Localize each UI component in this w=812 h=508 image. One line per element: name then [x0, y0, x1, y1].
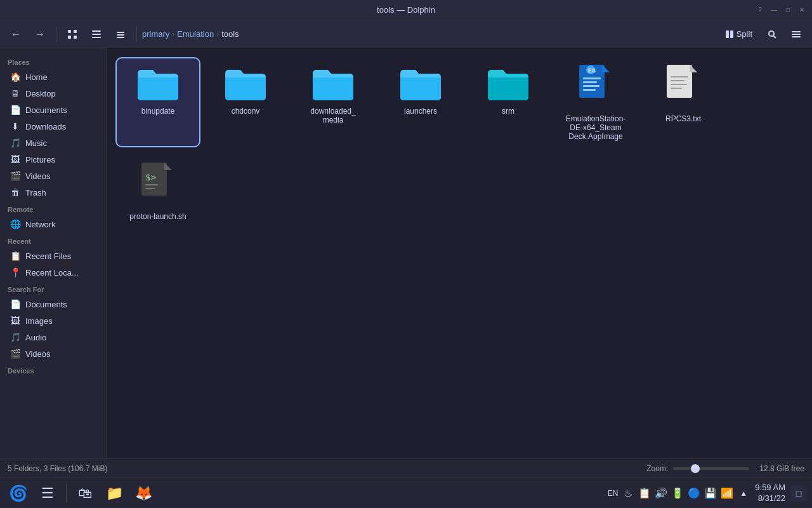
sidebar-item-trash[interactable]: 🗑 Trash — [3, 184, 103, 201]
sidebar-item-network[interactable]: 🌐 Network — [3, 216, 103, 232]
sidebar-item-videos[interactable]: 🎬 Videos — [3, 168, 103, 184]
taskbar-firefox[interactable]: 🦊 — [130, 480, 157, 507]
statusbar-free-space: 12.8 GiB free — [759, 464, 804, 473]
sidebar-item-search-images[interactable]: 🖼 Images — [3, 312, 103, 329]
breadcrumb-primary[interactable]: primary — [142, 29, 169, 39]
svg-rect-11 — [730, 30, 733, 38]
search-for-section-label: Search For — [0, 281, 106, 296]
bluetooth-tray-icon[interactable]: 🔵 — [688, 487, 700, 500]
split-button[interactable]: Split — [719, 27, 759, 41]
sidebar-item-music[interactable]: 🎵 Music — [3, 135, 103, 151]
trash-icon: 🗑 — [10, 187, 20, 197]
arrow-up-tray-icon[interactable]: ▲ — [737, 487, 750, 500]
statusbar: 5 Folders, 3 Files (106.7 MiB) Zoom: 12.… — [0, 458, 812, 478]
zoom-handle[interactable] — [691, 464, 700, 473]
folder-binupdate[interactable]: binupdate — [117, 58, 199, 146]
menu-button[interactable] — [785, 23, 807, 45]
maximize-button[interactable]: □ — [783, 5, 793, 15]
svg-rect-8 — [117, 34, 124, 36]
svg-rect-4 — [92, 30, 101, 32]
sidebar-item-desktop[interactable]: 🖥 Desktop — [3, 85, 103, 102]
rpcs3-file-icon — [664, 64, 702, 109]
svg-rect-28 — [671, 88, 682, 89]
taskbar-clock[interactable]: 9:59 AM 8/31/22 — [755, 483, 785, 504]
launchers-folder-icon — [398, 64, 443, 102]
file-proton-launch-sh[interactable]: $> proton-launch.sh — [117, 156, 199, 226]
sidebar-item-downloads[interactable]: ⬇ Downloads — [3, 118, 103, 135]
file-rpcs3-txt[interactable]: RPCS3.txt — [642, 58, 724, 146]
devices-section-label: Devices — [0, 362, 106, 377]
file-content-area[interactable]: binupdate chdconv downloaded_media — [107, 48, 812, 458]
notification-icon: □ — [796, 488, 801, 498]
folder-srm[interactable]: srm — [467, 58, 549, 146]
sidebar-item-pictures[interactable]: 🖼 Pictures — [3, 151, 103, 168]
titlebar: tools — Dolphin ? — □ ✕ — [0, 0, 812, 20]
manage-button[interactable] — [110, 23, 131, 45]
wifi-tray-icon[interactable]: 📶 — [721, 487, 733, 500]
search-images-icon: 🖼 — [10, 316, 20, 326]
rpcs3-label: RPCS3.txt — [665, 114, 701, 123]
forward-button[interactable]: → — [29, 23, 51, 45]
sidebar-item-search-audio[interactable]: 🎵 Audio — [3, 329, 103, 345]
search-audio-icon: 🎵 — [10, 332, 20, 342]
steam-tray-icon[interactable]: ♨ — [622, 487, 634, 500]
appimage-file-icon: ES — [577, 64, 615, 109]
remote-section-label: Remote — [0, 201, 106, 216]
sidebar-item-search-documents[interactable]: 📄 Documents — [3, 296, 103, 312]
sidebar-item-recent-files[interactable]: 📋 Recent Files — [3, 248, 103, 264]
taskbar-files[interactable]: 📁 — [101, 480, 128, 507]
breadcrumb-emulation[interactable]: Emulation — [177, 29, 214, 39]
taskbar-plasma[interactable]: 🌀 — [5, 480, 32, 507]
breadcrumb-tools: tools — [221, 29, 239, 39]
home-icon: 🏠 — [10, 72, 20, 82]
sidebar-item-search-documents-label: Documents — [25, 300, 67, 309]
sidebar-item-search-videos[interactable]: 🎬 Videos — [3, 345, 103, 362]
help-button[interactable]: ? — [755, 5, 765, 15]
documents-icon: 📄 — [10, 105, 20, 115]
breadcrumb-sep-2: › — [216, 30, 219, 39]
clipboard-tray-icon[interactable]: 📋 — [638, 487, 651, 500]
minimize-button[interactable]: — — [769, 5, 779, 15]
sidebar-item-search-audio-label: Audio — [25, 333, 46, 342]
sidebar-item-home[interactable]: 🏠 Home — [3, 69, 103, 85]
network-icon: 🌐 — [10, 219, 20, 229]
sidebar-item-downloads-label: Downloads — [25, 122, 66, 131]
notification-button[interactable]: □ — [790, 485, 807, 502]
back-button[interactable]: ← — [5, 23, 27, 45]
sidebar-item-documents[interactable]: 📄 Documents — [3, 102, 103, 118]
sidebar-item-music-label: Music — [25, 138, 47, 148]
search-button[interactable] — [761, 23, 783, 45]
taskbar-store[interactable]: 🛍 — [72, 480, 98, 507]
desktop-icon: 🖥 — [10, 88, 20, 98]
taskbar: 🌀 ☰ 🛍 📁 🦊 EN ♨ 📋 🔊 🔋 🔵 💾 📶 ▲ 9:59 AM 8/3… — [0, 478, 812, 508]
svg-line-13 — [773, 36, 776, 38]
sidebar-item-home-label: Home — [25, 72, 48, 82]
toolbar-separator-2 — [136, 27, 137, 42]
sidebar-item-trash-label: Trash — [25, 188, 46, 197]
svg-rect-27 — [671, 84, 687, 85]
sidebar-item-recent-locations[interactable]: 📍 Recent Loca... — [3, 264, 103, 281]
search-documents-icon: 📄 — [10, 299, 20, 309]
battery-tray-icon[interactable]: 🔋 — [671, 487, 684, 500]
clock-date: 8/31/22 — [755, 493, 785, 504]
zoom-label: Zoom: — [646, 464, 668, 473]
svg-rect-3 — [74, 36, 77, 39]
taskbar-panel[interactable]: ☰ — [34, 480, 61, 507]
file-emulationstation-appimage[interactable]: ES EmulationStation-DE-x64_SteamDeck.App… — [554, 58, 637, 146]
music-icon: 🎵 — [10, 138, 20, 148]
folder-downloaded-media[interactable]: downloaded_media — [292, 58, 374, 146]
folder-chdconv[interactable]: chdconv — [204, 58, 287, 146]
binupdate-label: binupdate — [141, 107, 175, 116]
svg-rect-20 — [583, 85, 599, 87]
folder-launchers[interactable]: launchers — [379, 58, 462, 146]
videos-icon: 🎬 — [10, 171, 20, 181]
breadcrumb: primary › Emulation › tools — [142, 29, 716, 39]
close-button[interactable]: ✕ — [797, 5, 807, 15]
view-details-button[interactable] — [86, 23, 107, 45]
usb-tray-icon[interactable]: 💾 — [704, 487, 717, 500]
svg-text:ES: ES — [588, 67, 596, 74]
zoom-slider[interactable] — [673, 467, 749, 470]
volume-tray-icon[interactable]: 🔊 — [655, 487, 667, 500]
view-icons-button[interactable] — [62, 23, 83, 45]
taskbar-lang[interactable]: EN — [608, 489, 619, 498]
